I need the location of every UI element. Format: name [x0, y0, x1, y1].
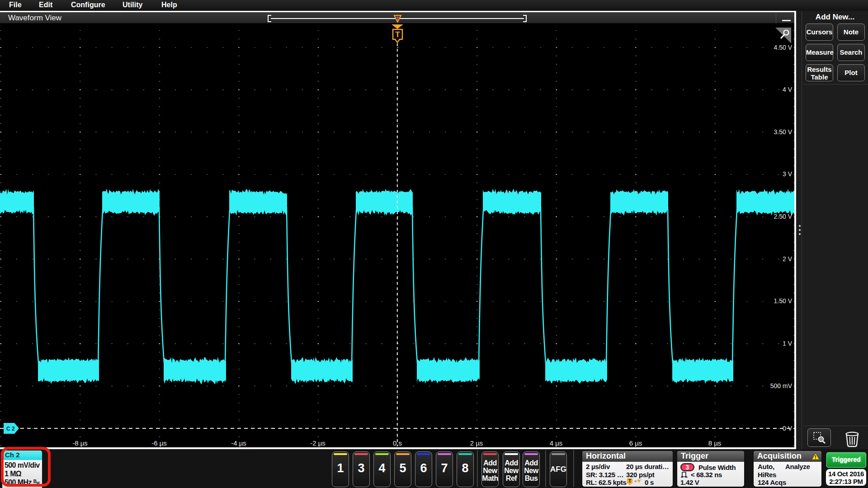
- svg-text:2.50 V: 2.50 V: [774, 213, 793, 220]
- svg-text:T: T: [396, 16, 399, 21]
- svg-text:T: T: [628, 479, 631, 483]
- svg-text:3 V: 3 V: [783, 170, 793, 178]
- svg-text:0 V: 0 V: [783, 425, 793, 432]
- svg-text:T: T: [395, 30, 400, 39]
- svg-text:1.50 V: 1.50 V: [774, 297, 793, 305]
- svg-text:2 µs: 2 µs: [470, 439, 483, 447]
- svg-text:3.50 V: 3.50 V: [774, 128, 793, 136]
- svg-text:2 V: 2 V: [783, 255, 793, 263]
- svg-text:-6 µs: -6 µs: [151, 439, 167, 447]
- svg-text:6 µs: 6 µs: [629, 439, 642, 447]
- svg-text:-4 µs: -4 µs: [231, 439, 246, 447]
- svg-text:0 s: 0 s: [393, 439, 402, 447]
- svg-text:1 V: 1 V: [783, 340, 793, 347]
- svg-text:8 µs: 8 µs: [708, 439, 722, 447]
- svg-text:500 mV: 500 mV: [770, 382, 793, 389]
- svg-text:4 V: 4 V: [783, 86, 793, 93]
- svg-text:4 µs: 4 µs: [550, 439, 563, 447]
- svg-text:-2 µs: -2 µs: [310, 439, 326, 447]
- svg-text:-8 µs: -8 µs: [72, 439, 88, 447]
- svg-text:4.50 V: 4.50 V: [774, 44, 793, 51]
- svg-text:C 2: C 2: [6, 426, 15, 432]
